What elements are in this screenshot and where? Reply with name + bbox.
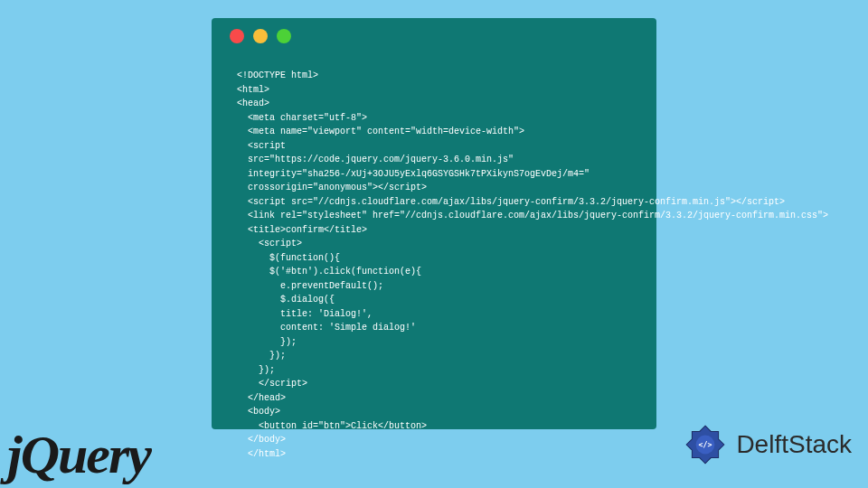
jquery-logo: jQuery xyxy=(7,424,150,486)
code-line: <script xyxy=(237,139,631,154)
code-line: <script> xyxy=(237,237,631,251)
code-window: <!DOCTYPE html><html><head> <meta charse… xyxy=(212,18,656,429)
close-icon[interactable] xyxy=(230,29,244,43)
code-line: $.dialog({ xyxy=(237,293,631,307)
code-line: <meta charset="utf-8"> xyxy=(237,111,631,126)
code-line: content: 'Simple dialog!' xyxy=(237,321,631,335)
code-line: <button id="btn">Click</button> xyxy=(237,419,631,434)
maximize-icon[interactable] xyxy=(277,29,291,43)
code-line: <meta name="viewport" content="width=dev… xyxy=(237,125,631,139)
code-line: title: 'Dialog!', xyxy=(237,307,631,322)
code-line: }); xyxy=(237,363,631,378)
code-line: </html> xyxy=(237,447,631,462)
code-line: </body> xyxy=(237,433,631,447)
delftstack-logo: </> DelftStack xyxy=(682,421,852,468)
svg-text:</>: </> xyxy=(699,440,712,449)
code-line: }); xyxy=(237,335,631,350)
minimize-icon[interactable] xyxy=(253,29,268,43)
code-line: }); xyxy=(237,349,631,363)
delftstack-label: DelftStack xyxy=(736,430,852,459)
code-line: $('#btn').click(function(e){ xyxy=(237,265,631,279)
code-line: <script src="//cdnjs.cloudflare.com/ajax… xyxy=(237,195,631,210)
code-line: integrity="sha256-/xUj+3OJU5yExlq6GSYGSH… xyxy=(237,167,631,182)
code-line: <head> xyxy=(237,97,631,111)
code-body: <!DOCTYPE html><html><head> <meta charse… xyxy=(212,54,656,479)
window-titlebar xyxy=(212,18,656,54)
code-line: <body> xyxy=(237,405,631,419)
code-line: crossorigin="anonymous"></script> xyxy=(237,181,631,195)
code-line: $(function(){ xyxy=(237,251,631,266)
code-line: e.preventDefault(); xyxy=(237,279,631,294)
code-line: <link rel="stylesheet" href="//cdnjs.clo… xyxy=(237,209,631,223)
code-line: <title>confirm</title> xyxy=(237,223,631,238)
code-line: <html> xyxy=(237,83,631,98)
code-line: </script> xyxy=(237,377,631,391)
code-line: src="https://code.jquery.com/jquery-3.6.… xyxy=(237,153,631,167)
code-line: </head> xyxy=(237,391,631,406)
delftstack-icon: </> xyxy=(682,421,729,468)
code-line: <!DOCTYPE html> xyxy=(237,69,631,83)
